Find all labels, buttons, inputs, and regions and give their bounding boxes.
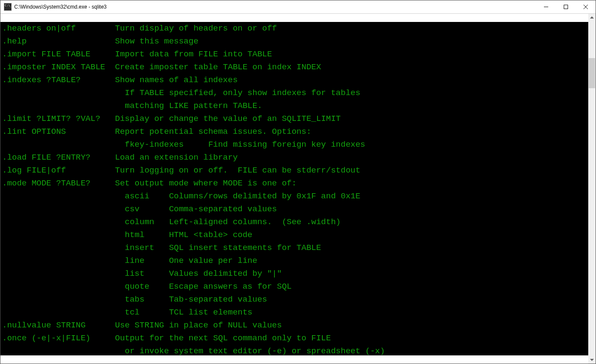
scrollbar-track[interactable] (588, 21, 596, 356)
scroll-down-button[interactable] (588, 356, 596, 364)
minimize-icon (544, 5, 548, 9)
chevron-up-icon (590, 16, 594, 19)
chevron-down-icon (590, 359, 594, 361)
maximize-button[interactable] (556, 0, 576, 13)
titlebar[interactable]: C:\Windows\System32\cmd.exe - sqlite3 (0, 0, 596, 14)
vertical-scrollbar[interactable] (588, 14, 596, 364)
close-button[interactable] (576, 0, 596, 13)
cmd-app-icon (4, 3, 12, 11)
scroll-up-button[interactable] (588, 14, 596, 21)
minimize-button[interactable] (536, 0, 556, 13)
maximize-icon (564, 5, 568, 9)
close-icon (584, 5, 588, 9)
client-area: .headers on|off Turn display of headers … (0, 14, 596, 364)
window-title: C:\Windows\System32\cmd.exe - sqlite3 (14, 4, 536, 10)
svg-rect-0 (564, 5, 568, 9)
terminal-output[interactable]: .headers on|off Turn display of headers … (0, 22, 588, 355)
scrollbar-thumb[interactable] (589, 58, 595, 88)
cmd-window: C:\Windows\System32\cmd.exe - sqlite3 .h… (0, 0, 596, 364)
